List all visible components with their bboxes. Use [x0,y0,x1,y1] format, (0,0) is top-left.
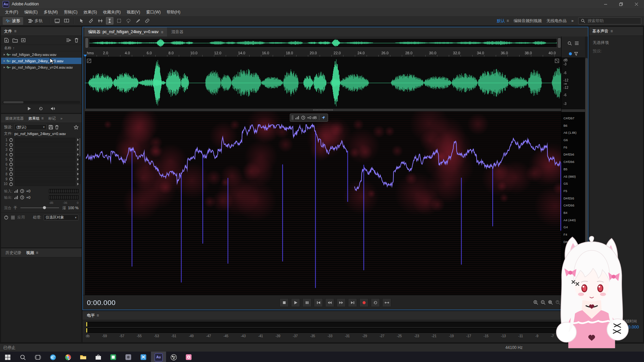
tabs-overflow-icon[interactable]: » [58,115,64,122]
taskbar-chrome-icon[interactable] [60,352,75,362]
preview-loop-icon[interactable] [39,107,43,111]
file-row[interactable]: nsf_hifigan_24key.wav.wav [1,51,82,58]
apply-button[interactable]: 应用 [17,215,25,220]
green-app-icon[interactable] [106,352,121,362]
output-fader[interactable] [49,195,78,199]
lasso-selection-tool[interactable] [125,17,132,24]
overview-waveform[interactable] [89,38,557,48]
overview-left-handle[interactable] [86,38,88,48]
hud-grip[interactable] [291,115,293,120]
sort-ascending-icon[interactable]: ↑ [13,46,15,50]
spot-healing-brush-tool[interactable] [144,17,151,24]
waveform-mode-button[interactable]: 波形 [3,17,23,25]
slip-tool[interactable] [97,17,104,24]
skip-selection-button[interactable] [382,298,391,307]
workspace-default[interactable]: 默认 ≡ [497,18,509,24]
slot-power-icon[interactable] [9,162,13,166]
gain-hud[interactable]: +0 dB [290,114,328,122]
trash-icon[interactable] [74,38,78,43]
multitrack-mode-button[interactable]: 多轨 [25,17,46,25]
mix-slider[interactable] [20,207,59,208]
effect-slot-row[interactable]: 4 [1,152,82,157]
video-panel-menu-icon[interactable]: ≡ [36,250,38,255]
favorite-star-icon[interactable] [74,125,78,129]
overview-right-handle[interactable] [558,38,560,48]
workspace-edit-audio-video[interactable]: 编辑音频到视频 [514,18,542,24]
time-display[interactable]: 0:00.000 [87,299,116,307]
filter-icon[interactable] [574,52,578,56]
zoom-out-amplitude-icon[interactable] [578,300,583,305]
slot-power-icon[interactable] [9,177,13,181]
panel-layout2-icon[interactable] [63,17,70,24]
new-bin-icon[interactable] [21,38,26,43]
slot-power-icon[interactable] [9,138,13,142]
rewind-button[interactable] [325,298,334,307]
rack-power-icon[interactable] [4,215,8,220]
razor-tool[interactable] [87,17,95,24]
name-column-header[interactable]: 名称 [4,46,11,51]
tab-video[interactable]: 视频 ≡ [24,249,40,257]
tab-effects-rack[interactable]: 效果组 ≡ [26,115,46,122]
effect-slot-field[interactable] [15,138,75,142]
timeline-ruler[interactable]: hms 2.04.06.08.010.012.014.016.018.020.0… [85,50,561,57]
expander-icon[interactable] [4,54,5,56]
playhead-flag[interactable] [84,55,87,57]
go-to-end-button[interactable] [348,298,357,307]
minimize-button[interactable] [598,0,613,8]
effects-panel-menu-icon[interactable]: ≡ [41,116,44,121]
pitch-canvas[interactable] [85,111,561,295]
slot-power-icon[interactable] [9,167,13,171]
record-button[interactable] [360,298,369,307]
wave-corner-icon-left[interactable] [87,59,91,63]
effect-slot-row[interactable]: 7 [1,167,82,172]
output-clock-icon[interactable] [20,195,24,199]
menu-item[interactable]: 帮助(H) [164,9,183,16]
zoom-selection-in-icon[interactable] [555,300,560,305]
pink-app-icon[interactable] [181,352,196,362]
effect-slot-row[interactable]: 8 [1,172,82,177]
expander-icon[interactable] [4,66,5,68]
waveform-display[interactable] [85,57,561,109]
expander-icon[interactable] [4,60,5,62]
move-tool[interactable] [78,17,85,24]
zoom-full-icon[interactable] [568,41,572,46]
play-button[interactable] [291,298,300,307]
start-button[interactable] [0,352,15,362]
editor-panel-menu-icon[interactable]: ≡ [161,30,163,35]
paintbrush-selection-tool[interactable] [134,17,142,24]
zoom-in-time-icon[interactable] [533,300,538,305]
effect-slot-row[interactable]: 1 [1,137,82,142]
restore-button[interactable] [613,0,629,8]
hud-clock-icon[interactable] [301,116,305,120]
zoom-reset-icon[interactable] [563,300,568,305]
tab-media-browser[interactable]: 媒体浏览器 [3,115,26,122]
slot-power-icon[interactable] [9,143,13,147]
effect-slot-field[interactable] [15,157,75,162]
essential-sound-menu-icon[interactable]: ≡ [610,29,613,34]
effects-scrollbar[interactable] [79,137,81,184]
preview-play-icon[interactable] [27,107,31,111]
task-view-icon[interactable] [30,352,45,362]
effect-slot-row[interactable]: 3 [1,147,82,152]
blue-app-icon[interactable] [136,352,151,362]
workspace-overflow-icon[interactable]: » [571,18,574,23]
menu-item[interactable]: 窗口(W) [143,9,164,16]
close-button[interactable] [629,0,644,8]
file-row[interactable]: pc_nsf_hifigan_24key_v=24.wav.wav [1,64,82,70]
panel-options-icon[interactable] [575,41,579,45]
wave-corner-icon-right[interactable] [555,59,559,63]
files-panel-menu-icon[interactable]: ≡ [14,29,16,34]
spectral-pitch-display[interactable]: +0 dB [85,111,561,295]
scrollbar-thumb[interactable] [585,58,588,278]
search-input[interactable] [587,18,632,23]
zoom-in-amplitude-icon[interactable] [570,300,575,305]
scrollbar-thumb[interactable] [79,138,80,157]
snap-icon[interactable] [569,52,572,56]
slot-power-icon[interactable] [9,147,13,152]
file-explorer-icon[interactable] [75,352,91,362]
tab-markers[interactable]: 标记 [46,115,58,122]
effect-slot-row[interactable]: 5 [1,157,82,162]
hud-gain-value[interactable]: +0 dB [307,116,317,120]
effect-slot-field[interactable] [15,153,75,157]
save-preset-icon[interactable] [49,125,53,129]
